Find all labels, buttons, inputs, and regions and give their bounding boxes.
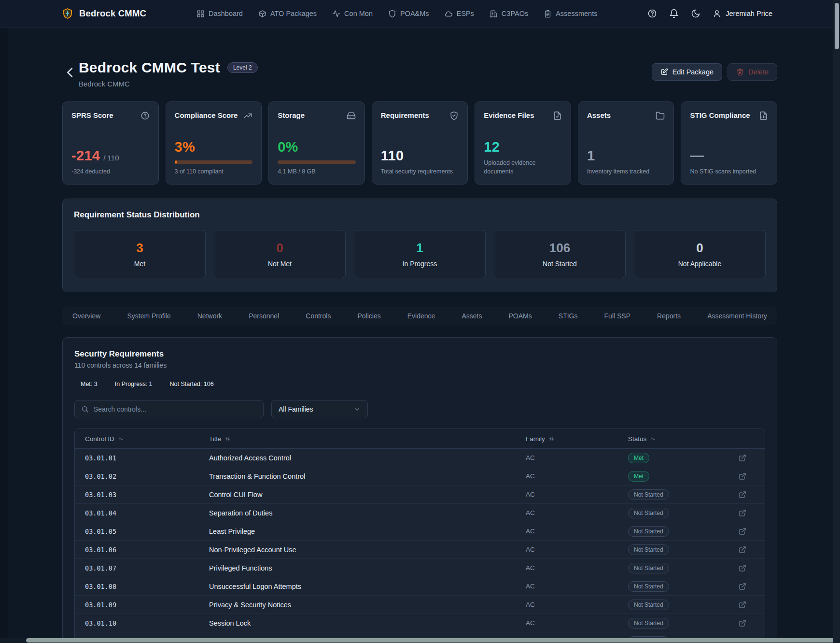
tab[interactable]: Network: [191, 309, 229, 323]
search-icon: [81, 405, 89, 413]
external-link-icon[interactable]: [739, 619, 746, 627]
nav-item[interactable]: C3PAOs: [483, 6, 534, 22]
stat-card-value: 110: [381, 148, 404, 164]
external-link-icon[interactable]: [739, 472, 746, 480]
table-row[interactable]: 03.01.01 Authorized Access Control AC Me…: [75, 449, 765, 467]
window-edge: [0, 0, 8, 643]
external-link-icon[interactable]: [739, 583, 746, 590]
tab[interactable]: STIGs: [552, 309, 585, 323]
edit-icon: [660, 68, 668, 76]
status-badge: Not Started: [628, 526, 669, 537]
brand-name: Bedrock CMMC: [79, 8, 146, 19]
table-row[interactable]: 03.01.02 Transaction & Function Control …: [75, 467, 765, 486]
nav-item-label: ATO Packages: [270, 10, 317, 17]
status-box: 106 Not Started: [494, 230, 626, 278]
nav-item[interactable]: ESPs: [438, 6, 480, 22]
tab[interactable]: Personnel: [242, 309, 286, 323]
tab[interactable]: Reports: [650, 309, 687, 323]
building-icon: [490, 10, 498, 18]
table-row[interactable]: 03.01.03 Control CUI Flow AC Not Started: [75, 486, 765, 504]
control-title-cell: Control CUI Flow: [209, 491, 526, 499]
filter-pill: Met: 3: [74, 378, 104, 390]
control-family-cell: AC: [526, 509, 628, 516]
control-family-cell: AC: [526, 601, 628, 608]
theme-moon-icon[interactable]: [691, 9, 700, 18]
progress-bar: [175, 160, 253, 164]
control-title-cell: Unsuccessful Logon Attempts: [209, 583, 526, 590]
column-header-status[interactable]: Status: [628, 435, 739, 443]
nav-item[interactable]: Con Mon: [326, 6, 379, 22]
tab[interactable]: Full SSP: [598, 309, 637, 323]
external-link-icon[interactable]: [739, 528, 746, 535]
notifications-bell-icon[interactable]: [669, 9, 679, 18]
search-input[interactable]: [94, 405, 257, 413]
security-requirements-subtitle: 110 controls across 14 families: [74, 361, 765, 369]
brand-shield-icon: [62, 8, 73, 19]
back-chevron-icon[interactable]: [62, 64, 79, 81]
control-id-cell: 03.01.08: [75, 583, 209, 590]
external-link-icon[interactable]: [739, 509, 746, 517]
brand[interactable]: Bedrock CMMC: [62, 8, 146, 19]
vertical-scrollbar[interactable]: [833, 0, 840, 643]
tab[interactable]: POAMs: [502, 309, 539, 323]
help-icon[interactable]: [647, 9, 657, 18]
table-row[interactable]: 03.01.10 Session Lock AC Not Started: [75, 614, 765, 632]
table-row[interactable]: 03.01.06 Non-Privileged Account Use AC N…: [75, 541, 765, 559]
horizontal-scrollbar[interactable]: [0, 638, 840, 643]
delete-button[interactable]: Delete: [728, 63, 777, 81]
user-menu[interactable]: Jeremiah Price: [713, 9, 772, 18]
nav-item[interactable]: Assessments: [537, 6, 603, 22]
tab[interactable]: Evidence: [401, 309, 442, 323]
family-filter-value: All Families: [279, 405, 313, 413]
control-family-cell: AC: [526, 528, 628, 535]
nav-item-label: POA&Ms: [400, 10, 429, 17]
tab[interactable]: Assets: [455, 309, 489, 323]
stat-card-subtext: 4.1 MB / 8 GB: [278, 168, 356, 176]
control-title-cell: Authorized Access Control: [209, 454, 526, 462]
tab[interactable]: Policies: [350, 309, 387, 323]
control-family-cell: AC: [526, 454, 628, 461]
vertical-scrollbar-thumb[interactable]: [835, 3, 839, 49]
control-status-cell: Not Started: [628, 526, 739, 537]
table-row[interactable]: 03.01.08 Unsuccessful Logon Attempts AC …: [75, 577, 765, 596]
control-title-cell: Privileged Functions: [209, 564, 526, 572]
control-family-cell: AC: [526, 583, 628, 590]
status-distribution-panel: Requirement Status Distribution 3 Met 0 …: [62, 199, 777, 292]
edit-package-button[interactable]: Edit Package: [652, 63, 722, 81]
external-link-icon[interactable]: [739, 491, 746, 499]
status-box-label: Not Applicable: [678, 260, 722, 268]
column-header-title[interactable]: Title: [209, 435, 526, 443]
table-row[interactable]: 03.01.07 Privileged Functions AC Not Sta…: [75, 559, 765, 577]
external-link-icon[interactable]: [739, 601, 746, 609]
external-link-icon[interactable]: [739, 454, 746, 462]
control-family-cell: AC: [526, 564, 628, 572]
horizontal-scrollbar-thumb[interactable]: [26, 638, 837, 643]
external-link-icon[interactable]: [739, 564, 746, 572]
table-row[interactable]: 03.01.04 Separation of Duties AC Not Sta…: [75, 504, 765, 522]
table-row[interactable]: 03.01.09 Privacy & Security Notices AC N…: [75, 596, 765, 614]
user-name: Jeremiah Price: [726, 10, 772, 17]
clipboard-icon: [544, 10, 552, 18]
column-header-family[interactable]: Family: [526, 435, 628, 443]
status-badge: Not Started: [628, 544, 669, 555]
nav-item-label: Dashboard: [209, 10, 243, 17]
hard-drive-icon: [347, 111, 356, 120]
nav-item[interactable]: ATO Packages: [252, 6, 323, 22]
nav-item[interactable]: Dashboard: [190, 6, 249, 22]
tab[interactable]: Controls: [299, 309, 337, 323]
family-filter-select[interactable]: All Families: [271, 400, 368, 418]
stat-card-title: Storage: [278, 111, 305, 119]
stat-card-subtext: 3 of 110 compliant: [175, 168, 253, 176]
column-header-control-id[interactable]: Control ID: [75, 435, 209, 443]
sort-icon: [118, 436, 124, 442]
tab[interactable]: System Profile: [120, 309, 177, 323]
tab[interactable]: Assessment History: [700, 309, 774, 323]
tab[interactable]: Overview: [66, 309, 107, 323]
stat-card-title: Requirements: [381, 111, 429, 119]
control-id-cell: 03.01.01: [75, 454, 209, 462]
nav-item[interactable]: POA&Ms: [382, 6, 435, 22]
status-distribution-title: Requirement Status Distribution: [74, 210, 766, 220]
external-link-icon[interactable]: [739, 546, 746, 554]
table-controls: All Families: [74, 400, 765, 418]
table-row[interactable]: 03.01.05 Least Privilege AC Not Started: [75, 522, 765, 541]
